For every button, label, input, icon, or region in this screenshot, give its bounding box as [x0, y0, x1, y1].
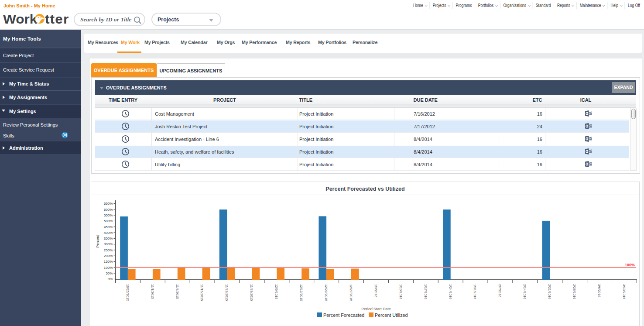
svg-text:Percent: Percent	[96, 235, 100, 248]
svg-text:300%: 300%	[104, 242, 113, 246]
svg-text:350%: 350%	[104, 237, 113, 240]
svg-text:2/28/2016: 2/28/2016	[572, 284, 576, 299]
svg-text:150%: 150%	[104, 260, 113, 264]
svg-text:1/10/2016: 1/10/2016	[399, 284, 403, 299]
svg-text:1/31/2016: 1/31/2016	[473, 284, 477, 299]
svg-text:Period Start Date: Period Start Date	[361, 307, 391, 311]
svg-text:500%: 500%	[104, 219, 113, 223]
svg-text:10/25/2015: 10/25/2015	[126, 284, 130, 302]
svg-text:2/7/2016: 2/7/2016	[498, 284, 502, 297]
svg-text:50%: 50%	[106, 271, 113, 275]
svg-text:12/27/2015: 12/27/2015	[349, 284, 353, 302]
svg-text:200%: 200%	[104, 254, 113, 258]
svg-text:3/6/2016: 3/6/2016	[597, 284, 601, 297]
svg-text:400%: 400%	[104, 231, 113, 235]
svg-text:Percent Forecasted vs Utilized: Percent Forecasted vs Utilized	[325, 186, 404, 192]
svg-text:2/14/2016: 2/14/2016	[523, 284, 527, 299]
svg-text:100%: 100%	[625, 263, 635, 267]
svg-text:12/13/2015: 12/13/2015	[299, 284, 303, 302]
svg-text:600%: 600%	[104, 208, 113, 212]
svg-text:1/3/2016: 1/3/2016	[374, 284, 378, 297]
svg-text:550%: 550%	[104, 213, 113, 217]
svg-text:0%: 0%	[108, 277, 113, 281]
svg-text:11/22/2015: 11/22/2015	[225, 284, 229, 301]
svg-text:Percent Utilized: Percent Utilized	[375, 312, 408, 318]
svg-text:650%: 650%	[104, 202, 113, 206]
svg-text:11/1/2015: 11/1/2015	[151, 284, 154, 299]
svg-text:11/8/2015: 11/8/2015	[175, 284, 179, 299]
svg-text:11/15/2015: 11/15/2015	[200, 284, 204, 301]
svg-text:3/13/2016: 3/13/2016	[622, 284, 626, 299]
svg-text:1/24/2016: 1/24/2016	[449, 284, 452, 299]
svg-text:12/20/2015: 12/20/2015	[324, 284, 328, 302]
svg-text:12/6/2015: 12/6/2015	[274, 284, 278, 299]
svg-text:1/17/2016: 1/17/2016	[424, 284, 428, 299]
svg-text:450%: 450%	[104, 225, 113, 229]
svg-text:11/29/2015: 11/29/2015	[250, 284, 253, 301]
svg-text:100%: 100%	[104, 266, 113, 270]
svg-text:2/21/2016: 2/21/2016	[548, 284, 552, 299]
svg-text:250%: 250%	[104, 248, 113, 252]
svg-text:Percent Forecasted: Percent Forecasted	[323, 312, 364, 318]
